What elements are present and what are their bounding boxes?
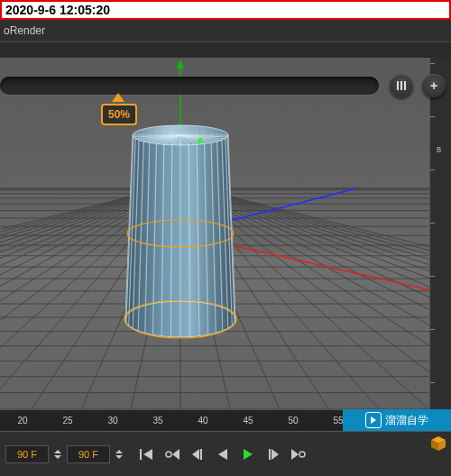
svg-marker-8 (192, 449, 199, 460)
timeline-tick[interactable]: 30 (90, 416, 135, 426)
timeline-tick[interactable]: 45 (226, 416, 271, 426)
play-icon (242, 448, 254, 461)
slider-value-text: 50% (108, 108, 130, 121)
plus-icon: + (430, 78, 437, 93)
svg-marker-3 (115, 455, 123, 459)
frame-start-field[interactable]: 90 F (5, 445, 49, 463)
play-back-button[interactable] (213, 444, 233, 464)
step-forward-button[interactable] (263, 444, 283, 464)
stepper-arrows-icon[interactable] (115, 450, 123, 459)
svg-rect-9 (200, 449, 202, 460)
svg-point-15 (299, 452, 305, 457)
timeline-tick[interactable]: 40 (180, 416, 226, 426)
watermark-text: 溜溜自学 (385, 413, 428, 428)
next-key-icon (291, 448, 306, 461)
prev-key-icon (165, 448, 179, 461)
right-ruler[interactable]: 8 (429, 58, 451, 409)
material-cube-icon[interactable] (429, 435, 447, 453)
svg-marker-2 (115, 450, 123, 453)
play-controls-bar: 90 F 90 F (0, 431, 451, 476)
play-logo-icon (365, 412, 382, 428)
svg-marker-14 (291, 449, 299, 460)
viewport[interactable] (0, 58, 451, 409)
pause-icon (397, 81, 406, 90)
panel-title: oRender (4, 24, 45, 37)
timestamp-bar: 2020-9-6 12:05:20 (0, 0, 451, 20)
next-key-button[interactable] (289, 444, 308, 464)
timeline-tick[interactable]: 20 (0, 416, 45, 426)
go-to-start-icon (140, 448, 154, 461)
ruler-label: 8 (437, 145, 441, 154)
svg-marker-0 (54, 450, 61, 453)
svg-marker-1 (54, 455, 61, 459)
step-back-icon (190, 448, 205, 461)
go-to-start-button[interactable] (137, 444, 157, 464)
svg-point-7 (166, 452, 171, 457)
svg-marker-13 (272, 449, 279, 460)
timestamp-text: 2020-9-6 12:05:20 (5, 3, 110, 17)
pause-render-button[interactable] (390, 74, 413, 97)
frame-end-field[interactable]: 90 F (67, 445, 110, 463)
top-separator (0, 41, 451, 58)
progress-slider-track[interactable] (0, 77, 379, 95)
stepper-arrows-icon[interactable] (54, 450, 61, 459)
svg-marker-10 (218, 449, 227, 460)
viewport-canvas[interactable] (0, 58, 451, 409)
step-forward-icon (266, 448, 281, 461)
timeline-tick[interactable]: 35 (135, 416, 180, 426)
step-back-button[interactable] (188, 444, 207, 464)
play-back-icon (216, 448, 229, 461)
svg-marker-5 (143, 449, 152, 460)
add-button[interactable]: + (422, 74, 446, 97)
watermark-badge: 溜溜自学 (343, 409, 451, 431)
svg-rect-12 (269, 449, 271, 460)
svg-rect-4 (140, 449, 142, 460)
play-button[interactable] (238, 444, 258, 464)
panel-title-bar: oRender (0, 20, 451, 41)
svg-marker-6 (172, 449, 179, 460)
timeline-tick[interactable]: 50 (271, 416, 316, 426)
timeline-tick[interactable]: 25 (45, 416, 90, 426)
prev-key-button[interactable] (162, 444, 182, 464)
slider-value-badge: 50% (101, 104, 137, 125)
svg-marker-11 (244, 449, 253, 460)
slider-thumb-pointer[interactable] (112, 93, 124, 102)
